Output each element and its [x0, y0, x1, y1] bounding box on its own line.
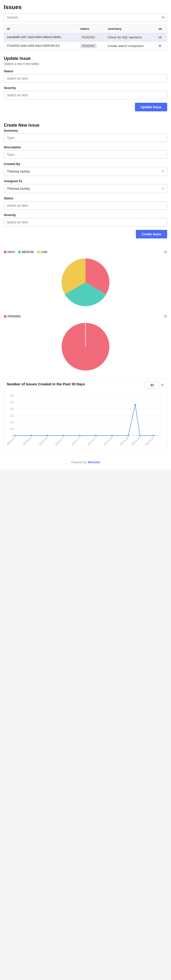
description-group: Description: [4, 145, 167, 159]
dot-1: [30, 435, 32, 436]
status-legend-pending: PENDING: [4, 315, 21, 318]
severity-chart-refresh[interactable]: ↻: [164, 250, 167, 254]
cell-status: PENDING: [77, 42, 105, 50]
summary-label: Summary: [4, 129, 167, 132]
line-chart-section: Number of Issues Created in the Past 30 …: [4, 379, 167, 451]
create-issue-button[interactable]: Create Issue: [136, 230, 167, 239]
severity-legend-item: MEDIUM: [18, 250, 34, 254]
cell-id: 07da0553-4e6e-4d56-8ded-5fd0f7d5c3c2: [4, 42, 77, 50]
dot-7: [128, 435, 129, 436]
status-pie-section: PENDING ↻: [4, 314, 167, 373]
svg-text:2.0: 2.0: [10, 407, 13, 410]
update-severity-group: Severity: [4, 86, 167, 99]
dot-8: [139, 435, 141, 436]
assigned-to-group: Assigned To Theresa Hurley ×: [4, 179, 167, 193]
svg-text:1.0: 1.0: [10, 421, 13, 424]
svg-text:2.5: 2.5: [10, 401, 13, 404]
svg-text:0.5: 0.5: [10, 428, 13, 430]
description-input[interactable]: [4, 150, 167, 159]
line-chart-title: Number of Issues Created in the Past 30 …: [7, 382, 85, 387]
svg-text:0: 0: [12, 434, 13, 437]
create-status-label: Status: [4, 196, 167, 200]
table-row[interactable]: eaba8d96-e387-4d2d-8494-096e4143b8fa PEN…: [4, 33, 167, 42]
summary-group: Summary: [4, 129, 167, 142]
svg-text:2023-01-11: 2023-01-11: [55, 437, 64, 446]
create-issue-title: Create New Issue: [4, 123, 167, 128]
update-status-group: Status: [4, 69, 167, 83]
update-status-input[interactable]: [4, 74, 167, 83]
legend-dot: [37, 251, 40, 253]
update-severity-label: Severity: [4, 86, 167, 90]
status-chart-refresh[interactable]: ↻: [164, 314, 167, 318]
svg-text:2023-01-26: 2023-01-26: [131, 437, 140, 446]
summary-input[interactable]: [4, 134, 167, 142]
assigned-to-value: Theresa Hurley: [7, 187, 30, 191]
severity-pie-section: HIGH MEDIUM LOW ↻: [4, 250, 167, 309]
svg-text:2023-01-20: 2023-01-20: [103, 437, 112, 446]
created-by-field[interactable]: Theresa Hurley ×: [4, 167, 167, 176]
svg-text:2023-01-23: 2023-01-23: [120, 437, 129, 446]
update-severity-input[interactable]: [4, 91, 167, 99]
dot-6: [111, 435, 113, 436]
severity-legend: HIGH MEDIUM LOW: [4, 250, 47, 254]
status-pie-chart: [4, 320, 167, 373]
col-status: status: [77, 25, 105, 33]
update-issue-button[interactable]: Update Issue: [135, 103, 167, 111]
legend-label: LOW: [41, 250, 47, 254]
created-by-group: Created By Theresa Hurley ×: [4, 162, 167, 176]
dot-4: [79, 435, 80, 436]
legend-dot: [18, 251, 21, 253]
status-legend: PENDING: [4, 315, 21, 318]
create-severity-group: Severity: [4, 213, 167, 226]
create-severity-label: Severity: [4, 213, 167, 217]
cell-id: eaba8d96-e387-4d2d-8494-096e4143b8fa: [4, 33, 77, 42]
footer-text: Powered by: [71, 461, 86, 464]
cell-extra: HI: [156, 33, 167, 42]
create-status-input[interactable]: [4, 201, 167, 210]
col-extra: se: [156, 25, 167, 33]
create-status-group: Status: [4, 196, 167, 210]
assigned-to-clear-icon[interactable]: ×: [162, 186, 164, 191]
cell-extra: M: [156, 42, 167, 50]
dot-9: [153, 435, 155, 436]
severity-pie-chart: [4, 256, 167, 309]
svg-text:2023-01-05: 2023-01-05: [22, 437, 32, 446]
legend-label: MEDIUM: [22, 250, 34, 254]
svg-text:2023-01-02: 2023-01-02: [7, 437, 15, 446]
svg-text:1.5: 1.5: [10, 414, 13, 417]
line-chart-line: [15, 405, 154, 436]
severity-legend-item: HIGH: [4, 250, 15, 254]
svg-text:2023-01-14: 2023-01-14: [71, 437, 80, 446]
svg-text:2023-01-17: 2023-01-17: [87, 437, 96, 446]
update-issue-subtitle: (Select a row in the table): [4, 62, 167, 65]
dot-spike: [134, 404, 136, 405]
update-issue-section: Update Issue (Select a row in the table)…: [4, 56, 167, 111]
severity-legend-item: LOW: [37, 250, 47, 254]
col-summary: summary: [105, 25, 156, 33]
search-bar: ↻: [4, 13, 167, 21]
col-id: id: [4, 25, 77, 33]
legend-label: HIGH: [8, 250, 15, 254]
pending-label: PENDING: [8, 315, 21, 318]
table-row[interactable]: 07da0553-4e6e-4d56-8ded-5fd0f7d5c3c2 PEN…: [4, 42, 167, 50]
cell-status: PENDING: [77, 33, 105, 42]
description-label: Description: [4, 145, 167, 149]
line-chart-svg: 3.0 2.5 2.0 1.5 1.0 0.5 0: [7, 392, 164, 447]
created-by-value: Theresa Hurley: [7, 170, 30, 173]
dot-0: [14, 435, 16, 436]
dot-5: [95, 435, 97, 436]
legend-dot: [4, 251, 7, 253]
svg-text:2023-01-29: 2023-01-29: [145, 437, 154, 446]
issues-table: id status summary se eaba8d96-e387-4d2d-…: [4, 25, 167, 50]
svg-text:3.0: 3.0: [10, 394, 13, 397]
create-issue-section: Create New Issue Summary Description Cre…: [4, 123, 167, 239]
line-chart-refresh[interactable]: ↻: [161, 383, 164, 387]
page-title: Issues: [4, 4, 167, 11]
created-by-clear-icon[interactable]: ×: [162, 169, 164, 173]
search-input[interactable]: [4, 13, 167, 21]
days-input[interactable]: [145, 382, 159, 388]
update-issue-title: Update Issue: [4, 56, 167, 61]
search-refresh-icon[interactable]: ↻: [162, 15, 165, 20]
create-severity-input[interactable]: [4, 218, 167, 226]
assigned-to-field[interactable]: Theresa Hurley ×: [4, 184, 167, 193]
